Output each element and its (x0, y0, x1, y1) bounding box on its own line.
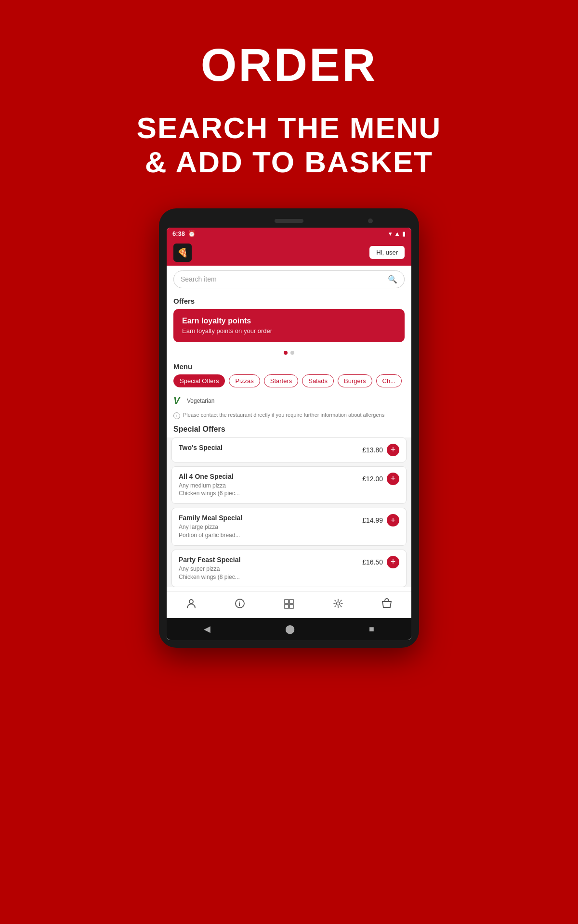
search-bar[interactable]: Search item 🔍 (173, 270, 405, 288)
app-logo: 🍕 (173, 244, 192, 262)
tab-burgers[interactable]: Burgers (338, 374, 372, 387)
alarm-icon: ⏰ (188, 230, 196, 237)
allergen-row: i Please contact the restaurant directly… (167, 410, 411, 423)
battery-icon: ▮ (402, 230, 406, 237)
tab-starters[interactable]: Starters (264, 374, 299, 387)
wifi-icon: ▾ (389, 230, 392, 237)
offer-card-title: Earn loyalty points (182, 317, 396, 325)
search-bar-container: Search item 🔍 (167, 266, 411, 293)
add-item-button[interactable]: + (387, 444, 399, 456)
hero-title: ORDER (201, 38, 378, 91)
vegetarian-icon: V (173, 394, 183, 408)
app-header: 🍕 Hi, user (167, 240, 411, 266)
device-top-bar (167, 216, 411, 228)
menu-item-price-row: £14.99 + (362, 514, 399, 526)
home-button[interactable]: ⬤ (285, 624, 295, 634)
hero-subtitle: SEARCH THE MENU & ADD TO BASKET (137, 111, 442, 180)
menu-item-price-row: £16.50 + (362, 556, 399, 568)
menu-item-price: £16.50 (362, 558, 383, 566)
basket-icon (381, 598, 392, 611)
menu-item-price-row: £13.80 + (362, 444, 399, 456)
svg-rect-5 (289, 600, 293, 603)
dot-2[interactable] (290, 351, 294, 355)
device-mockup: 6:38 ⏰ ▾ ▲ ▮ 🍕 Hi, user Search item 🔍 (159, 208, 419, 648)
menu-item-name: Family Meal Special (179, 514, 357, 522)
menu-item-price: £14.99 (362, 516, 383, 524)
nav-profile[interactable] (181, 596, 201, 613)
menu-item-price: £12.00 (362, 475, 383, 483)
tab-special-offers[interactable]: Special Offers (173, 374, 225, 387)
camera (368, 218, 373, 223)
offer-card-description: Earn loyalty points on your order (182, 327, 396, 334)
offers-section: Offers Earn loyalty points Earn loyalty … (167, 293, 411, 342)
menu-item-price-row: £12.00 + (362, 473, 399, 485)
time-display: 6:38 (172, 230, 185, 237)
nav-info[interactable]: i (230, 596, 250, 613)
allergen-icon: i (173, 412, 180, 419)
search-placeholder: Search item (181, 275, 217, 283)
add-item-button[interactable]: + (387, 473, 399, 485)
menu-item-info: Family Meal Special Any large pizzaPorti… (179, 514, 357, 539)
tab-more[interactable]: Ch... (376, 374, 402, 387)
add-item-button[interactable]: + (387, 556, 399, 568)
menu-label: Menu (173, 362, 405, 371)
menu-item-card: All 4 One Special Any medium pizzaChicke… (171, 466, 407, 504)
carousel-dots (167, 347, 411, 359)
offers-label: Offers (173, 297, 405, 305)
status-bar-right: ▾ ▲ ▮ (389, 230, 406, 237)
device-screen: 6:38 ⏰ ▾ ▲ ▮ 🍕 Hi, user Search item 🔍 (167, 228, 411, 641)
menu-item-info: Two's Special (179, 444, 357, 453)
search-icon: 🔍 (388, 275, 397, 284)
signal-icon: ▲ (394, 230, 400, 237)
menu-item-info: Party Feast Special Any super pizzaChick… (179, 556, 357, 581)
tab-pizzas[interactable]: Pizzas (229, 374, 260, 387)
menu-item-desc: Any super pizzaChicken wings (8 piec... (179, 565, 357, 581)
menu-item-name: Party Feast Special (179, 556, 357, 564)
menu-item-price: £13.80 (362, 446, 383, 454)
svg-rect-7 (289, 604, 293, 608)
svg-point-8 (336, 602, 340, 605)
nav-basket[interactable] (377, 596, 397, 613)
menu-item-name: All 4 One Special (179, 473, 357, 480)
back-button[interactable]: ◀ (204, 624, 210, 634)
menu-icon (284, 598, 294, 611)
svg-text:V: V (173, 395, 181, 406)
nav-settings[interactable] (328, 596, 348, 613)
svg-point-1 (189, 600, 193, 603)
hi-user-button[interactable]: Hi, user (369, 246, 405, 259)
tab-salads[interactable]: Salads (302, 374, 334, 387)
status-bar-left: 6:38 ⏰ (172, 230, 196, 237)
bottom-nav: i (167, 591, 411, 618)
menu-item-card: Party Feast Special Any super pizzaChick… (171, 550, 407, 588)
menu-section: Menu Special Offers Pizzas Starters Sala… (167, 359, 411, 387)
nav-menu[interactable] (279, 596, 299, 613)
offer-card[interactable]: Earn loyalty points Earn loyalty points … (173, 309, 405, 342)
menu-item-desc: Any large pizzaPortion of garlic bread..… (179, 523, 357, 539)
speaker (275, 219, 303, 223)
menu-tabs: Special Offers Pizzas Starters Salads Bu… (173, 374, 405, 387)
menu-item-name: Two's Special (179, 444, 357, 451)
menu-item-info: All 4 One Special Any medium pizzaChicke… (179, 473, 357, 498)
menu-items-list: Two's Special £13.80 + All 4 One Special… (167, 437, 411, 588)
menu-item-card: Family Meal Special Any large pizzaPorti… (171, 508, 407, 546)
recent-button[interactable]: ■ (369, 624, 374, 634)
dot-1[interactable] (284, 351, 288, 355)
allergen-text: Please contact the restaurant directly i… (183, 412, 384, 418)
svg-rect-4 (285, 600, 289, 603)
device-bottom-bar: ◀ ⬤ ■ (167, 618, 411, 640)
status-bar: 6:38 ⏰ ▾ ▲ ▮ (167, 228, 411, 240)
vegetarian-row: V Vegetarian (167, 392, 411, 410)
add-item-button[interactable]: + (387, 514, 399, 526)
profile-icon (186, 598, 197, 611)
vegetarian-label: Vegetarian (187, 398, 214, 404)
svg-rect-6 (285, 604, 289, 608)
menu-item-desc: Any medium pizzaChicken wings (6 piec... (179, 482, 357, 498)
menu-item-card: Two's Special £13.80 + (171, 437, 407, 462)
info-icon: i (235, 598, 245, 611)
svg-text:i: i (239, 601, 240, 607)
settings-icon (333, 598, 343, 611)
special-offers-section-title: Special Offers (167, 423, 411, 437)
